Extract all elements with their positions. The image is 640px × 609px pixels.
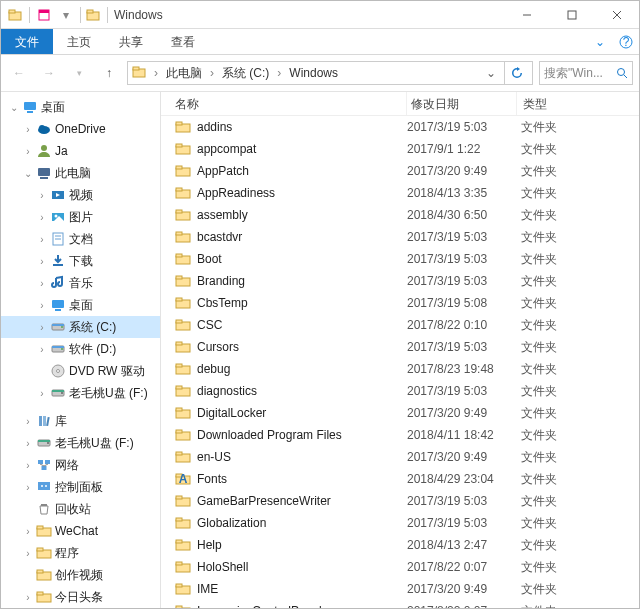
tree-item[interactable]: ›OneDrive xyxy=(1,118,160,140)
address-dropdown-icon[interactable]: ⌄ xyxy=(482,66,500,80)
tree-item[interactable]: ›Ja xyxy=(1,140,160,162)
file-row[interactable]: AppReadiness2018/4/13 3:35文件夹 xyxy=(161,182,639,204)
breadcrumb-root-sep[interactable]: › xyxy=(152,66,160,80)
file-row[interactable]: addins2017/3/19 5:03文件夹 xyxy=(161,116,639,138)
column-type[interactable]: 类型 xyxy=(517,92,639,115)
file-row[interactable]: Help2018/4/13 2:47文件夹 xyxy=(161,534,639,556)
file-row[interactable]: DigitalLocker2017/3/20 9:49文件夹 xyxy=(161,402,639,424)
expand-icon[interactable]: › xyxy=(21,592,35,603)
tree-item[interactable]: ›音乐 xyxy=(1,272,160,294)
nav-recent-button[interactable]: ▾ xyxy=(67,61,91,85)
expand-icon[interactable]: › xyxy=(21,460,35,471)
file-row[interactable]: AFonts2018/4/29 23:04文件夹 xyxy=(161,468,639,490)
expand-icon[interactable]: ⌄ xyxy=(21,168,35,179)
expand-icon[interactable]: › xyxy=(35,234,49,245)
column-name[interactable]: 名称 xyxy=(161,92,407,115)
tree-item[interactable]: ›老毛桃U盘 (F:) xyxy=(1,382,160,404)
expand-icon[interactable]: › xyxy=(21,438,35,449)
expand-icon[interactable]: › xyxy=(35,322,49,333)
file-row[interactable]: ImmersiveControlPanel2017/8/22 0:07文件夹 xyxy=(161,600,639,609)
expand-icon[interactable]: › xyxy=(21,526,35,537)
nav-forward-button[interactable]: → xyxy=(37,61,61,85)
tab-home[interactable]: 主页 xyxy=(53,29,105,54)
tree-item[interactable]: ›WeChat xyxy=(1,520,160,542)
tree-item[interactable]: ›库 xyxy=(1,410,160,432)
tree-item[interactable]: ›图片 xyxy=(1,206,160,228)
tree-item[interactable]: ›网络 xyxy=(1,454,160,476)
file-row[interactable]: Downloaded Program Files2018/4/11 18:42文… xyxy=(161,424,639,446)
expand-icon[interactable]: › xyxy=(35,212,49,223)
breadcrumb-drive[interactable]: 系统 (C:) xyxy=(220,65,271,82)
file-row[interactable]: CbsTemp2017/3/19 5:08文件夹 xyxy=(161,292,639,314)
file-row[interactable]: Branding2017/3/19 5:03文件夹 xyxy=(161,270,639,292)
tree-item[interactable]: ⌄桌面 xyxy=(1,96,160,118)
address-bar[interactable]: › 此电脑 › 系统 (C:) › Windows ⌄ xyxy=(127,61,533,85)
navigation-tree[interactable]: ⌄桌面›OneDrive›Ja⌄此电脑›视频›图片›文档›下载›音乐›桌面›系统… xyxy=(1,92,161,609)
expand-icon[interactable]: › xyxy=(21,124,35,135)
file-row[interactable]: debug2017/8/23 19:48文件夹 xyxy=(161,358,639,380)
file-row[interactable]: HoloShell2017/8/22 0:07文件夹 xyxy=(161,556,639,578)
tree-item[interactable]: ›桌面 xyxy=(1,294,160,316)
svg-rect-59 xyxy=(41,504,47,506)
tree-item[interactable]: ⌄此电脑 xyxy=(1,162,160,184)
maximize-button[interactable] xyxy=(549,1,594,29)
tab-view[interactable]: 查看 xyxy=(157,29,209,54)
column-date[interactable]: 修改日期 xyxy=(407,92,517,115)
file-row[interactable]: AppPatch2017/3/20 9:49文件夹 xyxy=(161,160,639,182)
close-button[interactable] xyxy=(594,1,639,29)
file-date: 2017/3/19 5:03 xyxy=(407,340,517,354)
tree-item[interactable]: ›系统 (C:) xyxy=(1,316,160,338)
file-row[interactable]: Boot2017/3/19 5:03文件夹 xyxy=(161,248,639,270)
file-row[interactable]: Globalization2017/3/19 5:03文件夹 xyxy=(161,512,639,534)
nav-up-button[interactable]: ↑ xyxy=(97,61,121,85)
expand-icon[interactable]: › xyxy=(21,146,35,157)
refresh-button[interactable] xyxy=(504,62,528,84)
ribbon-expand-button[interactable]: ⌄ xyxy=(587,29,613,54)
tree-item[interactable]: ›下载 xyxy=(1,250,160,272)
chevron-right-icon[interactable]: › xyxy=(208,66,216,80)
expand-icon[interactable]: › xyxy=(21,548,35,559)
tree-item[interactable]: ›控制面板 xyxy=(1,476,160,498)
tree-item[interactable]: ›文档 xyxy=(1,228,160,250)
tab-share[interactable]: 共享 xyxy=(105,29,157,54)
nav-back-button[interactable]: ← xyxy=(7,61,31,85)
file-row[interactable]: appcompat2017/9/1 1:22文件夹 xyxy=(161,138,639,160)
file-list-body[interactable]: addins2017/3/19 5:03文件夹appcompat2017/9/1… xyxy=(161,116,639,609)
expand-icon[interactable]: › xyxy=(35,344,49,355)
breadcrumb-folder-icon xyxy=(132,65,148,81)
minimize-button[interactable] xyxy=(504,1,549,29)
tree-item[interactable]: 创作视频 xyxy=(1,564,160,586)
expand-icon[interactable]: › xyxy=(21,416,35,427)
qat-dropdown-icon[interactable]: ▾ xyxy=(58,7,74,23)
file-row[interactable]: CSC2017/8/22 0:10文件夹 xyxy=(161,314,639,336)
expand-icon[interactable]: › xyxy=(35,388,49,399)
expand-icon[interactable]: › xyxy=(35,300,49,311)
expand-icon[interactable]: › xyxy=(35,256,49,267)
file-row[interactable]: bcastdvr2017/3/19 5:03文件夹 xyxy=(161,226,639,248)
tree-item[interactable]: ›软件 (D:) xyxy=(1,338,160,360)
tree-item[interactable]: 回收站 xyxy=(1,498,160,520)
tab-file[interactable]: 文件 xyxy=(1,29,53,54)
search-input[interactable]: 搜索"Win... xyxy=(539,61,633,85)
chevron-right-icon[interactable]: › xyxy=(275,66,283,80)
file-row[interactable]: Cursors2017/3/19 5:03文件夹 xyxy=(161,336,639,358)
help-button[interactable]: ? xyxy=(613,29,639,54)
tree-item[interactable]: DVD RW 驱动 xyxy=(1,360,160,382)
file-row[interactable]: diagnostics2017/3/19 5:03文件夹 xyxy=(161,380,639,402)
svg-rect-1 xyxy=(9,10,15,13)
breadcrumb-root[interactable]: 此电脑 xyxy=(164,65,204,82)
breadcrumb-folder[interactable]: Windows xyxy=(287,66,340,80)
file-row[interactable]: IME2017/3/20 9:49文件夹 xyxy=(161,578,639,600)
qat-properties-icon[interactable] xyxy=(36,7,52,23)
file-row[interactable]: assembly2018/4/30 6:50文件夹 xyxy=(161,204,639,226)
expand-icon[interactable]: › xyxy=(21,482,35,493)
tree-item[interactable]: ›程序 xyxy=(1,542,160,564)
tree-item[interactable]: ›视频 xyxy=(1,184,160,206)
tree-item[interactable]: ›老毛桃U盘 (F:) xyxy=(1,432,160,454)
tree-item[interactable]: ›今日头条 xyxy=(1,586,160,608)
file-row[interactable]: GameBarPresenceWriter2017/3/19 5:03文件夹 xyxy=(161,490,639,512)
file-row[interactable]: en-US2017/3/20 9:49文件夹 xyxy=(161,446,639,468)
expand-icon[interactable]: › xyxy=(35,278,49,289)
expand-icon[interactable]: ⌄ xyxy=(7,102,21,113)
expand-icon[interactable]: › xyxy=(35,190,49,201)
